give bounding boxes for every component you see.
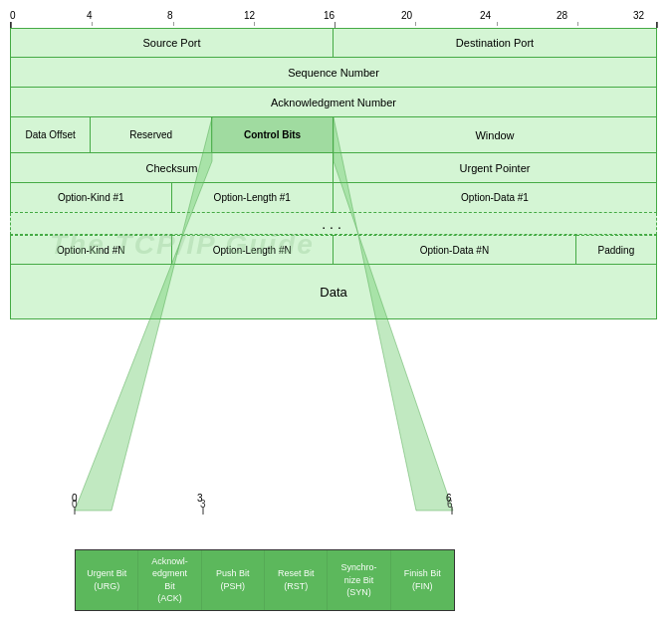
- checksum-cell: Checksum: [10, 153, 334, 183]
- data-offset-cell: Data Offset: [10, 117, 91, 153]
- ruler: 0 4 8 12 16 20 24 28 32: [10, 10, 657, 28]
- cb-ticks: [72, 507, 458, 517]
- opt-len1-cell: Option-Length #1: [172, 183, 335, 213]
- psh-bit-cell: Push Bit(PSH): [202, 550, 265, 610]
- data-cell: Data: [10, 265, 657, 319]
- padding-cell: Padding: [576, 235, 657, 265]
- row-ellipsis: ...: [10, 213, 657, 235]
- ruler-32: 32: [633, 10, 644, 21]
- ruler-24: 24: [480, 10, 491, 21]
- tcp-rows: Source Port Destination Port Sequence Nu…: [10, 28, 657, 319]
- ruler-0: 0: [10, 10, 16, 21]
- urgent-ptr-cell: Urgent Pointer: [334, 153, 657, 183]
- row-optn: Option-Kind #N Option-Length #N Option-D…: [10, 235, 657, 265]
- ruler-28: 28: [557, 10, 567, 21]
- opt-datan-cell: Option-Data #N: [334, 235, 576, 265]
- row-opt1: Option-Kind #1 Option-Length #1 Option-D…: [10, 183, 657, 213]
- ruler-16: 16: [324, 10, 335, 21]
- ruler-20: 20: [401, 10, 412, 21]
- urg-bit-cell: Urgent Bit(URG): [76, 550, 138, 610]
- opt-data1-cell: Option-Data #1: [334, 183, 657, 213]
- ack-num-cell: Acknowledgment Number: [10, 88, 657, 117]
- seq-num-cell: Sequence Number: [10, 58, 657, 88]
- reserved-cell: Reserved: [91, 117, 212, 153]
- ruler-4: 4: [87, 10, 93, 21]
- row-seq: Sequence Number: [10, 58, 657, 88]
- opt-lenn-cell: Option-Length #N: [172, 235, 335, 265]
- control-bits-detail: Urgent Bit(URG) Acknowl-edgmentBit(ACK) …: [75, 549, 455, 611]
- window-cell: Window: [334, 117, 657, 153]
- row-data: Data: [10, 265, 657, 319]
- ack-bit-cell: Acknowl-edgmentBit(ACK): [138, 550, 201, 610]
- rst-bit-cell: Reset Bit(RST): [265, 550, 328, 610]
- opt-kindn-cell: Option-Kind #N: [10, 235, 172, 265]
- dest-port-cell: Destination Port: [334, 28, 657, 58]
- opt-kind1-cell: Option-Kind #1: [10, 183, 172, 213]
- row-ack: Acknowledgment Number: [10, 88, 657, 117]
- ruler-12: 12: [244, 10, 255, 21]
- row-ports: Source Port Destination Port: [10, 28, 657, 58]
- ruler-8: 8: [167, 10, 173, 21]
- source-port-cell: Source Port: [10, 28, 334, 58]
- row-control: Data Offset Reserved Control Bits Window: [10, 117, 657, 153]
- row-checksum: Checksum Urgent Pointer: [10, 153, 657, 183]
- fin-bit-cell: Finish Bit(FIN): [391, 550, 454, 610]
- tcp-diagram: 0 4 8 12 16 20 24 28 32 Source Port Dest…: [0, 0, 672, 621]
- control-bits-cell: Control Bits: [212, 117, 334, 153]
- ellipsis-cell: ...: [10, 213, 657, 235]
- syn-bit-cell: Synchro-nize Bit(SYN): [328, 550, 390, 610]
